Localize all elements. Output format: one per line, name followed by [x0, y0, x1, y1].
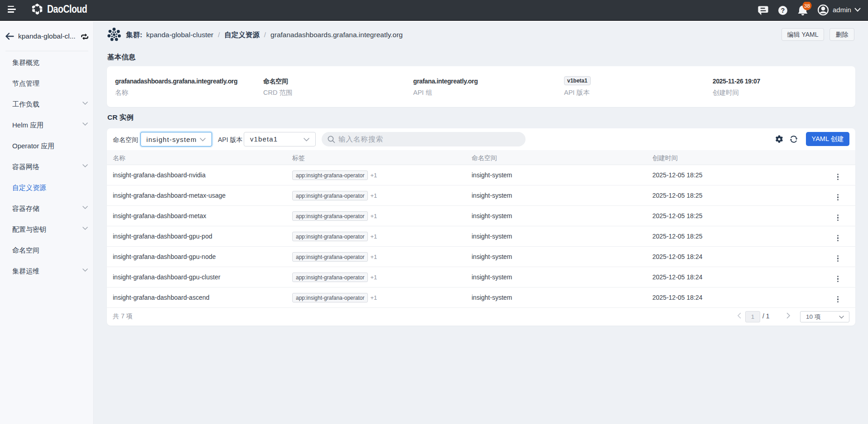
svg-text:?: ?: [781, 7, 785, 14]
svg-text:38: 38: [804, 3, 810, 9]
